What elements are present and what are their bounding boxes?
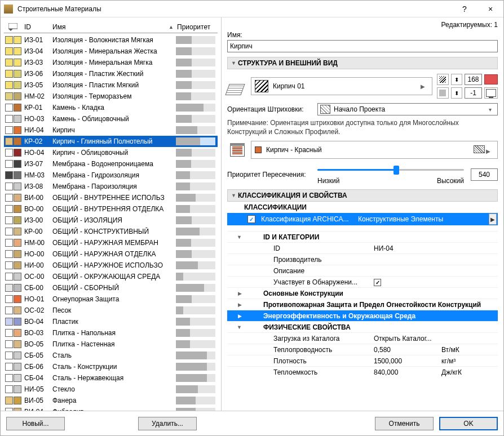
ok-button[interactable]: OK <box>439 417 498 430</box>
subsection-physical[interactable]: ФИЗИЧЕСКИЕ СВОЙСТВА <box>227 321 498 332</box>
hatch-pen-icon[interactable] <box>437 74 449 85</box>
material-row[interactable]: ВО-00ОБЩИЙ - ВНУТРЕННЯЯ ОТДЕЛКА <box>4 203 218 215</box>
subsection-id-categories[interactable]: ID И КАТЕГОРИИ <box>227 231 498 242</box>
material-row[interactable]: ИЗ-05Изоляция - Пластик Мягкий <box>4 79 218 91</box>
section-classification[interactable]: ▼ КЛАССИФИКАЦИЯ И СВОЙСТВА <box>227 189 498 202</box>
column-priority[interactable]: Приоритет <box>176 23 218 31</box>
priority-bar <box>176 115 215 123</box>
classification-checkbox[interactable]: ✓ <box>247 215 255 223</box>
classification-row[interactable]: ✓ Классификация ARCHICA... Конструктивны… <box>227 213 498 225</box>
screen-only-icon[interactable] <box>484 87 498 99</box>
material-row[interactable]: ИЗ-01Изоляция - Волокнистая Мягкая <box>4 34 218 46</box>
chevron-right-icon: ▶ <box>421 83 425 90</box>
material-row[interactable]: ОС-00ОБЩИЙ - ОКРУЖАЮЩАЯ СРЕДА <box>4 271 218 282</box>
material-row[interactable]: ИЗ-03Изоляция - Минеральная Мягка <box>4 57 218 68</box>
pen-color-1[interactable] <box>484 74 498 84</box>
surface-selector[interactable]: Кирпич - Красный ▶ <box>251 141 498 159</box>
pen-value-2[interactable]: -1 <box>465 87 481 99</box>
subsection-basic[interactable]: Основные Конструкции <box>227 287 498 299</box>
priority-bar <box>176 194 215 202</box>
name-label: Имя: <box>227 31 498 39</box>
priority-value[interactable]: 540 <box>471 168 498 181</box>
pen-value-1[interactable]: 168 <box>465 74 481 85</box>
hatch-selector[interactable]: Кирпич 01 ▶ <box>251 77 432 95</box>
fill-stack-icon <box>227 77 247 95</box>
material-row[interactable]: ИЗ-06Изоляция - Пластик Жесткий <box>4 68 218 79</box>
column-name[interactable]: Имя▲ <box>50 23 176 31</box>
material-row[interactable]: СБ-05Сталь <box>4 350 218 361</box>
priority-bar <box>176 318 215 326</box>
surface-options-icon: ▶ <box>474 145 490 154</box>
priority-bar <box>176 273 215 281</box>
priority-bar <box>176 92 215 100</box>
priority-bar <box>176 329 215 337</box>
material-row[interactable]: НО-04Кирпич - Облицовочный <box>4 147 218 158</box>
surface-swatch <box>255 146 262 153</box>
material-row[interactable]: СБ-00ОБЩИЙ - СБОРНЫЙ <box>4 282 218 293</box>
close-button[interactable]: × <box>478 1 503 17</box>
subsection-energy[interactable]: Энергоэффективность и Окружающая Среда <box>227 310 498 321</box>
cancel-button[interactable]: Отменить <box>375 417 434 430</box>
orientation-select[interactable]: Начало Проекта ▾ <box>317 103 498 115</box>
material-row[interactable]: СБ-04Сталь - Нержавеющая <box>4 372 218 384</box>
swatch-picker-icon[interactable] <box>4 23 22 31</box>
material-row[interactable]: СБ-06Сталь - Конструкции <box>4 361 218 372</box>
priority-bar <box>176 397 215 404</box>
material-row[interactable]: ВО-05Плитка - Настенная <box>4 339 218 350</box>
material-row[interactable]: НМ-02Изоляция - Терморазъем <box>4 91 218 102</box>
material-row[interactable]: НО-03Камень - Облицовочный <box>4 113 218 124</box>
building-icon <box>227 141 247 159</box>
material-row[interactable]: ВИ-04Фибролит <box>4 406 218 411</box>
priority-bar <box>176 340 215 348</box>
priority-bar <box>176 149 215 157</box>
material-row[interactable]: ИЗ-08Мембрана - Пароизоляция <box>4 181 218 192</box>
new-button[interactable]: Новый... <box>6 417 65 430</box>
priority-bar <box>176 352 215 359</box>
pen-picker-1[interactable]: ⬍ <box>451 74 463 85</box>
help-button[interactable]: ? <box>452 1 478 17</box>
material-row[interactable]: ИЗ-04Изоляция - Минеральная Жестка <box>4 46 218 57</box>
collapse-icon: ▼ <box>231 60 238 66</box>
priority-bar <box>176 183 215 190</box>
priority-bar <box>176 284 215 292</box>
section-appearance[interactable]: ▼ СТРУКТУРА И ВНЕШНИЙ ВИД <box>227 57 498 69</box>
app-icon <box>4 5 13 14</box>
material-row[interactable]: ВО-04Пластик <box>4 316 218 327</box>
detect-checkbox[interactable] <box>374 279 381 286</box>
editing-count: Редактируемых: 1 <box>227 21 498 29</box>
list-header: ID Имя▲ Приоритет <box>4 21 218 33</box>
name-input[interactable] <box>227 40 498 52</box>
material-row[interactable]: НО-01Огнеупорная Защита <box>4 293 218 305</box>
material-list[interactable]: ИЗ-01Изоляция - Волокнистая МягкаяИЗ-04И… <box>4 34 218 411</box>
material-row[interactable]: КР-00ОБЩИЙ - КОНСТРУКТИВНЫЙ <box>4 226 218 237</box>
orientation-hint: Примечание: Ориентация штриховки доступн… <box>227 119 498 136</box>
bg-pen-icon[interactable] <box>437 87 449 99</box>
priority-bar <box>176 385 215 393</box>
material-row[interactable]: ИЗ-00ОБЩИЙ - ИЗОЛЯЦИЯ <box>4 215 218 226</box>
material-row[interactable]: КР-02Кирпич - Глиняный Полнотелый <box>4 136 218 147</box>
material-row[interactable]: ВИ-00ОБЩИЙ - ВНУТРЕННЕЕ ИСПОЛЬЗ <box>4 192 218 203</box>
titlebar: Строительные Материалы ? × <box>1 1 503 17</box>
priority-slider[interactable] <box>317 164 464 176</box>
material-row[interactable]: НИ-00ОБЩИЙ - НАРУЖНОЕ ИСПОЛЬЗО <box>4 260 218 271</box>
pen-picker-2[interactable]: ⬍ <box>451 87 463 99</box>
subsection-fire[interactable]: Противопожарная Защита и Предел Огнестой… <box>227 299 498 310</box>
delete-button[interactable]: Удалить... <box>138 417 197 430</box>
chevron-right-icon[interactable]: ▶ <box>489 213 497 225</box>
material-row[interactable]: НИ-05Стекло <box>4 384 218 395</box>
material-row[interactable]: ОС-02Песок <box>4 305 218 316</box>
material-row[interactable]: НИ-04Кирпич <box>4 124 218 136</box>
priority-bar <box>176 126 215 134</box>
material-row[interactable]: ВО-03Плитка - Напольная <box>4 327 218 339</box>
priority-bar <box>176 171 215 179</box>
column-id[interactable]: ID <box>22 23 50 31</box>
orientation-icon <box>320 105 330 114</box>
material-row[interactable]: ИЗ-07Мембрана - Водонепроницаема <box>4 158 218 170</box>
material-row[interactable]: НМ-03Мембрана - Гидроизоляция <box>4 170 218 181</box>
material-row[interactable]: НО-00ОБЩИЙ - НАРУЖНАЯ ОТДЕЛКА <box>4 248 218 260</box>
priority-bar <box>176 36 215 44</box>
material-row[interactable]: КР-01Камень - Кладка <box>4 102 218 113</box>
material-row[interactable]: ВИ-05Фанера <box>4 395 218 406</box>
priority-bar <box>176 228 215 235</box>
material-row[interactable]: НМ-00ОБЩИЙ - НАРУЖНАЯ МЕМБРАН <box>4 237 218 248</box>
